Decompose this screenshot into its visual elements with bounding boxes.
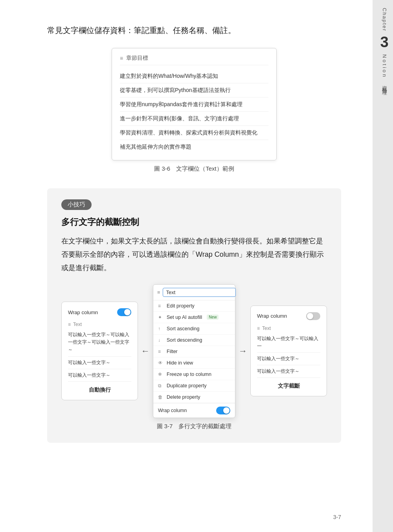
right-sidebar: Chapter 3 Notion 資料管理 [373,0,393,532]
dropdown-wrap-label: Wrap column [158,408,187,413]
page-number: 3-7 [333,514,341,520]
text-row: 可以輸入一些文字～可以輸入一些文字～可以輸入一些文字～ [68,331,131,357]
ai-icon: ✦ [158,315,163,320]
list-item: 補充其他延伸方向的實作專題 [120,140,268,154]
sort-desc-label: Sort descending [167,337,202,343]
notion-label: Notion 資料管理 [381,54,388,88]
dropdown-toggle[interactable] [216,407,230,414]
figure3-7-caption: 圖 3-7 多行文字的截斷處理 [61,423,327,430]
text-row: 可以輸入一些文字～ [257,368,320,378]
right-arrow-container: → [239,346,247,356]
filter-label: Filter [167,349,178,354]
figure3-6-box: ≡ 章節目標 建立對於資料的What/How/Why基本認知 從零基礎，到可以撰… [112,48,277,160]
text-row: 可以輸入一些文字～ [68,359,131,369]
duplicate-label: Duplicate property [167,383,206,388]
freeze-label: Freeze up to column [167,372,211,377]
hide-icon: 👁 [158,360,163,366]
right-wrap-card: Wrap column ≡ Text 可以輸入一些文字～可以輸入一 可以輸入一些… [250,306,327,397]
figure3-6-caption: 圖 3-6 文字欄位（Text）範例 [47,165,341,173]
left-arrow-container: ← [141,346,150,356]
page-content: 常見文字欄位儲存資料：筆記重點、任務名稱、備註。 ≡ 章節目標 建立對於資料的W… [0,0,373,532]
hide-label: Hide in view [167,360,193,366]
dropdown-item-delete[interactable]: 🗑 Delete property [153,392,235,403]
ai-label: Set up AI autofill [167,315,202,320]
right-toggle[interactable] [306,312,320,320]
delete-label: Delete property [167,394,200,400]
edit-label: Edit property [167,303,195,309]
dropdown-item-duplicate[interactable]: ⧉ Duplicate property [153,380,235,392]
tip-box: 小技巧 多行文字的截斷控制 在文字欄位中，如果文字太長的話，該欄位會自動換行變得… [47,188,341,443]
dropdown-card: ≡ ≡ Edit property ✦ Set up AI autofill N… [153,284,235,418]
intro-text: 常見文字欄位儲存資料：筆記重點、任務名稱、備註。 [47,24,341,37]
right-text-label: ≡ Text [257,326,320,331]
sort-asc-icon: ↑ [158,326,163,331]
left-card-header: Wrap column [68,308,131,316]
text-section-label: Text [262,326,271,331]
text-icon: ≡ [68,322,71,327]
toggle-knob [223,407,230,414]
tip-label: 小技巧 [61,199,92,210]
figure3-6-header: ≡ 章節目標 [120,55,268,65]
toggle-knob [307,313,313,319]
dropdown-input[interactable] [163,288,236,297]
dropdown-wrap-row: Wrap column [153,403,235,418]
figure3-6-header-label: 章節目標 [126,55,148,62]
figure3-7-container: Wrap column ≡ Text 可以輸入一些文字～可以輸入一些文字～可以輸… [61,284,327,418]
sort-asc-label: Sort ascending [167,326,199,331]
tip-title: 多行文字的截斷控制 [61,216,327,228]
dropdown-item-edit[interactable]: ≡ Edit property [153,300,235,312]
dropdown-icon: ≡ [157,289,160,295]
list-item: 學習使用numpy和pandas套件進行資料計算和處理 [120,98,268,112]
left-toggle[interactable] [117,308,131,316]
freeze-icon: ❄ [158,372,163,377]
new-badge: New [207,315,219,320]
sort-desc-icon: ↓ [158,337,163,343]
duplicate-icon: ⧉ [158,383,163,388]
text-row: 可以輸入一些文字～ [257,355,320,365]
toggle-knob [124,309,130,315]
right-card-header: Wrap column [257,312,320,320]
filter-icon: ≡ [158,349,163,354]
left-text-label: ≡ Text [68,322,131,327]
right-wrap-label: Wrap column [257,313,287,319]
list-item: 建立對於資料的What/How/Why基本認知 [120,69,268,83]
text-icon: ≡ [257,326,260,331]
header-icon: ≡ [120,55,123,61]
tip-body: 在文字欄位中，如果文字太長的話，該欄位會自動換行變得很長。如果希望調整它是否要顯… [61,234,327,275]
text-row: 可以輸入一些文字～可以輸入一 [257,335,320,353]
left-wrap-label: Wrap column [68,309,98,315]
left-arrow-icon: ← [141,346,150,356]
list-item: 從零基礎，到可以撰寫Python基礎語法並執行 [120,83,268,98]
left-card-footer: 自動換行 [68,387,131,394]
text-section-label: Text [73,322,82,327]
list-item: 學習資料清理、資料轉換、探索式資料分析與資料視覺化 [120,126,268,140]
dropdown-item-hide[interactable]: 👁 Hide in view [153,357,235,369]
dropdown-item-sort-desc[interactable]: ↓ Sort descending [153,335,235,346]
dropdown-input-row: ≡ [153,285,235,300]
list-item: 進一步針對不同資料(影像、音訊、文字)進行處理 [120,112,268,126]
delete-icon: 🗑 [158,394,163,400]
chapter-num: 3 [380,35,388,50]
edit-icon: ≡ [158,303,163,309]
dropdown-item-ai[interactable]: ✦ Set up AI autofill New [153,312,235,323]
dropdown-item-freeze[interactable]: ❄ Freeze up to column [153,369,235,380]
dropdown-item-sort-asc[interactable]: ↑ Sort ascending [153,323,235,335]
right-card-footer: 文字截斷 [257,383,320,390]
text-row: 可以輸入一些文字～ [68,372,131,382]
left-wrap-card: Wrap column ≡ Text 可以輸入一些文字～可以輸入一些文字～可以輸… [61,302,138,400]
dropdown-item-filter[interactable]: ≡ Filter [153,346,235,357]
chapter-label: Chapter [382,8,387,31]
right-arrow-icon: → [239,346,247,356]
